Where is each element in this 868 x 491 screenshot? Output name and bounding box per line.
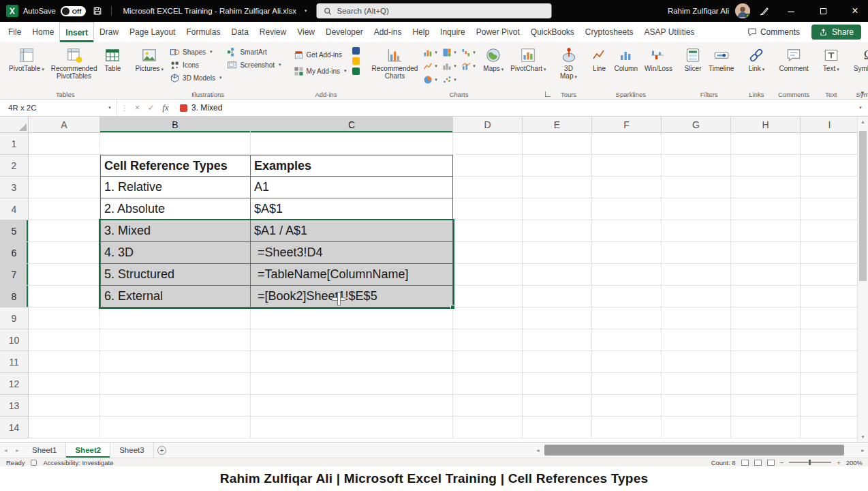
menu-tab-page-layout[interactable]: Page Layout <box>124 22 181 42</box>
symbols-button[interactable]: Ω Symbols▾ <box>851 44 868 74</box>
cell-H4[interactable] <box>731 198 801 220</box>
cell-D2[interactable] <box>453 155 523 177</box>
pivotchart-button[interactable]: PivotChart▾ <box>508 44 548 74</box>
cell-G11[interactable] <box>662 351 731 373</box>
cell-H11[interactable] <box>731 351 801 373</box>
pictures-button[interactable]: Pictures▾ <box>132 44 166 74</box>
menu-tab-developer[interactable]: Developer <box>320 22 369 42</box>
horizontal-scroll-track[interactable] <box>543 443 858 458</box>
cell-E5[interactable] <box>523 220 592 242</box>
cell-G13[interactable] <box>662 395 731 417</box>
cell-C1[interactable] <box>251 133 453 155</box>
sparkline-winloss-button[interactable]: Win/Loss <box>642 44 673 74</box>
menu-tab-review[interactable]: Review <box>254 22 292 42</box>
close-button[interactable]: × <box>842 0 868 22</box>
sheet-tab-sheet1[interactable]: Sheet1 <box>23 443 66 458</box>
column-header-D[interactable]: D <box>453 117 523 133</box>
collapse-ribbon-icon[interactable]: ▾ <box>861 89 864 96</box>
cell-F8[interactable] <box>592 286 662 308</box>
menu-tab-add-ins[interactable]: Add-ins <box>369 22 407 42</box>
zoom-level[interactable]: 200% <box>846 459 863 466</box>
cell-B2[interactable]: Cell Reference Types <box>100 155 251 177</box>
cell-D10[interactable] <box>453 329 523 351</box>
cell-I12[interactable] <box>801 373 857 395</box>
horizontal-scrollbar[interactable]: ◄ ► <box>533 443 868 458</box>
smartart-button[interactable]: SmartArt <box>225 46 283 58</box>
cell-I8[interactable] <box>801 286 857 308</box>
column-header-B[interactable]: B <box>100 117 251 133</box>
cell-D6[interactable] <box>453 242 523 264</box>
cell-G7[interactable] <box>662 264 731 286</box>
cell-B7[interactable]: 5. Structured <box>100 264 251 286</box>
row-header-3[interactable]: 3 <box>0 177 29 198</box>
scroll-up-arrow[interactable]: ▲ <box>858 117 868 127</box>
cell-D5[interactable] <box>453 220 523 242</box>
user-avatar[interactable] <box>735 3 750 18</box>
column-header-G[interactable]: G <box>662 117 731 133</box>
cell-D9[interactable] <box>453 308 523 329</box>
addin-shortcut-yellow-icon[interactable] <box>352 57 360 65</box>
ink-pen-icon[interactable] <box>756 6 772 16</box>
cell-D13[interactable] <box>453 395 523 417</box>
formula-bar-expand-icon[interactable]: ▾ <box>853 100 868 116</box>
zoom-slider-knob[interactable] <box>809 460 811 465</box>
insert-function-icon[interactable]: fx <box>158 103 173 113</box>
cell-I2[interactable] <box>801 155 857 177</box>
column-header-H[interactable]: H <box>731 117 801 133</box>
scroll-right-arrow[interactable]: ► <box>858 448 868 453</box>
cell-A10[interactable] <box>29 329 100 351</box>
menu-tab-file[interactable]: File <box>3 22 27 42</box>
cell-C10[interactable] <box>251 329 453 351</box>
cell-G1[interactable] <box>662 133 731 155</box>
maximize-button[interactable] <box>810 0 836 22</box>
cell-G14[interactable] <box>662 417 731 438</box>
cell-H8[interactable] <box>731 286 801 308</box>
cell-B6[interactable]: 4. 3D <box>100 242 251 264</box>
cell-B13[interactable] <box>100 395 251 417</box>
cell-E1[interactable] <box>523 133 592 155</box>
shapes-button[interactable]: Shapes▾ <box>168 46 223 58</box>
cell-E7[interactable] <box>523 264 592 286</box>
sheet-tab-sheet2[interactable]: Sheet2 <box>66 443 110 458</box>
cell-C12[interactable] <box>251 373 453 395</box>
cell-C6[interactable]: =Sheet3!D4 <box>251 242 453 264</box>
cell-A4[interactable] <box>29 198 100 220</box>
insert-column-chart-button[interactable]: ▾ <box>422 46 441 59</box>
cell-A14[interactable] <box>29 417 100 438</box>
cell-F14[interactable] <box>592 417 662 438</box>
autosave-toggle[interactable]: Off <box>61 6 87 16</box>
cell-H1[interactable] <box>731 133 801 155</box>
cell-E6[interactable] <box>523 242 592 264</box>
row-header-6[interactable]: 6 <box>0 242 29 264</box>
column-header-C[interactable]: C <box>251 117 453 133</box>
column-header-A[interactable]: A <box>29 117 100 133</box>
insert-line-chart-button[interactable]: ▾ <box>422 59 441 73</box>
scroll-left-arrow[interactable]: ◄ <box>533 448 543 453</box>
cell-H9[interactable] <box>731 308 801 329</box>
cell-G10[interactable] <box>662 329 731 351</box>
comment-button[interactable]: Comment <box>776 44 811 74</box>
row-header-12[interactable]: 12 <box>0 373 29 395</box>
comments-button[interactable]: Comments <box>741 25 806 39</box>
row-header-10[interactable]: 10 <box>0 329 29 351</box>
slicer-button[interactable]: Slicer <box>681 44 704 74</box>
cell-E8[interactable] <box>523 286 592 308</box>
menu-tab-help[interactable]: Help <box>407 22 435 42</box>
vertical-scroll-track[interactable] <box>858 127 868 432</box>
insert-pie-chart-button[interactable]: ▾ <box>422 73 441 87</box>
cell-I3[interactable] <box>801 177 857 198</box>
cell-E12[interactable] <box>523 373 592 395</box>
menu-tab-data[interactable]: Data <box>226 22 253 42</box>
cell-A9[interactable] <box>29 308 100 329</box>
cell-C9[interactable] <box>251 308 453 329</box>
menu-tab-quickbooks[interactable]: QuickBooks <box>525 22 580 42</box>
cell-G5[interactable] <box>662 220 731 242</box>
cell-H5[interactable] <box>731 220 801 242</box>
menu-tab-asap-utilities[interactable]: ASAP Utilities <box>639 22 700 42</box>
row-header-8[interactable]: 8 <box>0 286 29 308</box>
table-button[interactable]: Table <box>101 44 124 74</box>
page-layout-view-button[interactable] <box>754 460 762 466</box>
cell-F10[interactable] <box>592 329 662 351</box>
cell-D8[interactable] <box>453 286 523 308</box>
cell-A5[interactable] <box>29 220 100 242</box>
